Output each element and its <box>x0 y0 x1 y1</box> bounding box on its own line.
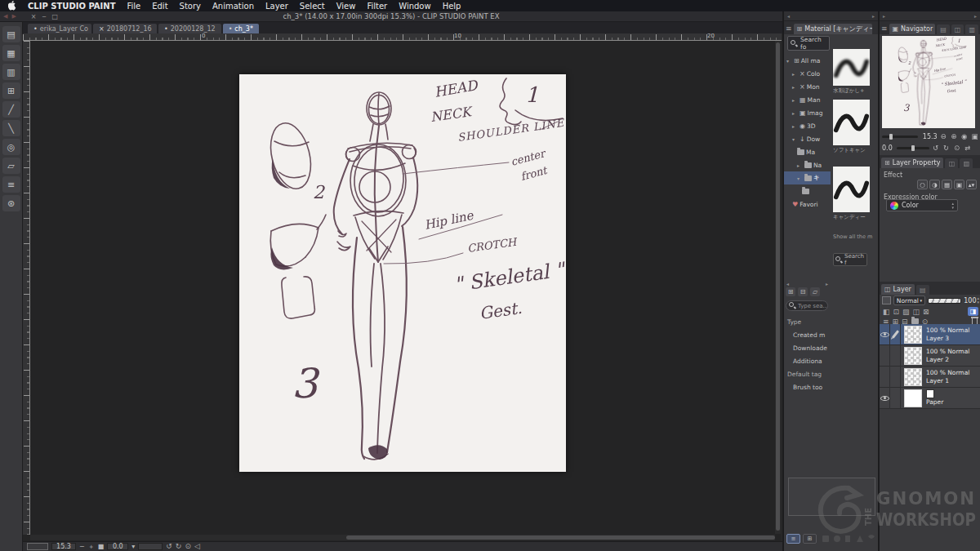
tree-item-ma-folder[interactable]: Ma <box>784 145 831 158</box>
flip-horizontal-icon[interactable]: ◁ <box>194 543 200 550</box>
window-zoom-icon[interactable]: □ <box>52 13 59 20</box>
zoom-slider[interactable] <box>882 136 918 138</box>
layer-color-effect-icon[interactable]: ▣ <box>954 180 964 189</box>
tab-history-icon[interactable]: ▥ <box>965 24 978 34</box>
tree-item-favorite[interactable]: ♥Favori <box>784 198 831 211</box>
layer-name[interactable]: Paper <box>926 398 943 407</box>
menu-edit[interactable]: Edit <box>152 2 167 11</box>
tone-effect-icon[interactable]: ◑ <box>929 180 940 189</box>
story-panels-tool-icon[interactable] <box>2 45 20 61</box>
halftone-effect-icon[interactable]: ▦ <box>942 180 952 189</box>
navigator-zoom-value[interactable]: 15.3 <box>920 133 938 140</box>
new-folder-icon[interactable] <box>911 318 919 324</box>
menu-help[interactable]: Help <box>443 2 461 11</box>
zoom-value[interactable]: 15.3 <box>51 543 76 550</box>
menu-window[interactable]: Window <box>399 2 430 11</box>
canvas-page[interactable] <box>239 74 566 472</box>
tree-item-3d[interactable]: ▸◉3D <box>784 119 831 132</box>
tab-tool-property-icon[interactable]: ◫ <box>945 158 958 168</box>
material-item-watercolor-blur[interactable] <box>833 49 870 86</box>
app-menu[interactable]: CLIP STUDIO PAINT <box>28 2 115 11</box>
menu-animation[interactable]: Animation <box>212 2 254 11</box>
grid-view-toggle-icon[interactable]: ⊞ <box>803 534 817 544</box>
history-back-icon[interactable]: ◀ <box>3 13 7 20</box>
tree-item-monochromatic[interactable]: ▸×Mon <box>784 80 831 93</box>
menu-select[interactable]: Select <box>300 2 325 11</box>
rotate-left-icon[interactable]: ↺ <box>166 543 172 550</box>
visibility-eye-icon[interactable] <box>880 331 889 339</box>
zoom-out-icon[interactable]: ⊖ <box>939 131 948 141</box>
reset-rotation-icon[interactable]: ⊙ <box>952 143 961 153</box>
chevron-down-icon[interactable]: ▾ <box>797 176 803 181</box>
tag-item-downloaded[interactable]: Downloade <box>784 341 831 354</box>
canvas-viewport[interactable]: 0 10 20 <box>23 33 782 541</box>
blend-thumbnail-icon[interactable] <box>882 296 891 304</box>
expression-color-select[interactable]: Color ▴▾ <box>886 199 958 211</box>
remove-folder-icon[interactable]: ⊟ <box>798 287 808 296</box>
layer-thumbnail[interactable] <box>904 347 922 365</box>
window-minimize-icon[interactable]: ‒ <box>42 13 46 20</box>
tree-item-subfolder[interactable] <box>784 184 831 198</box>
rotation-slider[interactable] <box>138 543 163 550</box>
zoom-in-button[interactable]: ＋ <box>88 543 95 550</box>
layer-row-paper[interactable]: Paper <box>880 388 980 409</box>
document-tab-ch3-active[interactable]: •ch_3* <box>223 24 259 33</box>
document-tab-20180712[interactable]: ×20180712_16 <box>93 24 157 33</box>
zoom-out-button[interactable]: − <box>79 543 85 550</box>
pen-page-tool-icon[interactable] <box>2 158 20 174</box>
collapse-right-icon[interactable]: ▸ <box>974 13 977 19</box>
tag-item-brush[interactable]: Brush too <box>784 380 831 393</box>
horizontal-scrollbar-thumb[interactable] <box>346 535 775 540</box>
blend-mode-select[interactable]: Normal ▾ <box>893 295 925 305</box>
ruler-display-icon[interactable]: ⊠ <box>923 308 929 316</box>
reset-rotation-icon[interactable]: ⊙ <box>185 543 191 550</box>
thumbnail-grid-tool-icon[interactable] <box>2 64 20 80</box>
collapse-left-icon[interactable]: ◂ <box>787 13 790 19</box>
chevron-right-icon[interactable]: ▸ <box>792 84 798 90</box>
layer-row-layer1[interactable]: 100 % NormalLayer 1 <box>880 367 980 388</box>
tab-layer-property[interactable]: ⊞ Layer Property <box>881 158 943 168</box>
chevron-right-icon[interactable]: ▸ <box>792 71 798 77</box>
apple-menu-icon[interactable] <box>8 1 16 11</box>
effect-expand-icon[interactable]: ▴▾ <box>966 180 977 189</box>
zoom-100-icon[interactable]: ◉ <box>960 131 969 141</box>
menu-filter[interactable]: Filter <box>367 2 387 11</box>
material-item-soft-candy[interactable] <box>833 100 870 145</box>
tab-material[interactable]: ⊞ Material [キャンディー <box>794 24 872 34</box>
chevron-down-icon[interactable]: ▾ <box>786 58 792 64</box>
vertical-scrollbar-thumb[interactable] <box>776 42 780 531</box>
collapse-left-icon[interactable]: ▸ <box>883 13 885 19</box>
text-list-tool-icon[interactable] <box>2 176 20 193</box>
tab-layer[interactable]: ◫ Layer <box>881 284 915 295</box>
page-manager-tool-icon[interactable] <box>2 26 20 42</box>
navigator-preview[interactable] <box>882 36 975 128</box>
border-effect-icon[interactable]: ○ <box>917 180 928 189</box>
type-search-input[interactable]: Type sea... <box>786 300 828 311</box>
edit-tag-icon[interactable]: ▱ <box>810 287 820 296</box>
history-forward-icon[interactable]: ▶ <box>11 13 16 20</box>
fit-screen-icon[interactable]: ▣ <box>970 131 979 141</box>
document-tab-erika[interactable]: •erika_Layer Co <box>28 24 91 33</box>
vertical-scrollbar[interactable] <box>775 41 781 534</box>
rotation-value[interactable]: 0.0 <box>107 543 128 550</box>
line-tool-icon[interactable] <box>2 101 20 118</box>
layer-thumbnail[interactable] <box>904 368 922 386</box>
page-right-icon[interactable]: ▸ <box>826 281 828 287</box>
navigator-rotation-value[interactable]: 0.0 <box>882 144 895 152</box>
chevron-right-icon[interactable]: ▸ <box>792 97 798 103</box>
rotation-slider[interactable] <box>897 147 929 149</box>
chevron-right-icon[interactable]: ▸ <box>792 110 798 116</box>
zoom-reset-button[interactable]: ■ <box>98 543 105 550</box>
tag-item-additional[interactable]: Additiona <box>784 354 831 367</box>
flip-horizontal-icon[interactable]: ⇄ <box>963 143 972 153</box>
tab-layer-search-icon[interactable]: ▤ <box>916 285 929 295</box>
chevron-right-icon[interactable]: ▸ <box>797 162 803 168</box>
rotate-right-icon[interactable]: ↻ <box>176 543 182 550</box>
tab-navigator[interactable]: ▣ Navigator <box>889 24 936 34</box>
new-folder-icon[interactable]: ⊞ <box>786 287 795 296</box>
panel-menu-icon[interactable]: ≡ <box>881 24 888 33</box>
opacity-slider[interactable] <box>928 298 961 304</box>
mask-enable-icon[interactable]: ◫ <box>913 308 920 316</box>
zoom-in-icon[interactable]: ⊕ <box>950 131 959 141</box>
onion-skin-active-icon[interactable]: ◨ <box>968 307 978 316</box>
